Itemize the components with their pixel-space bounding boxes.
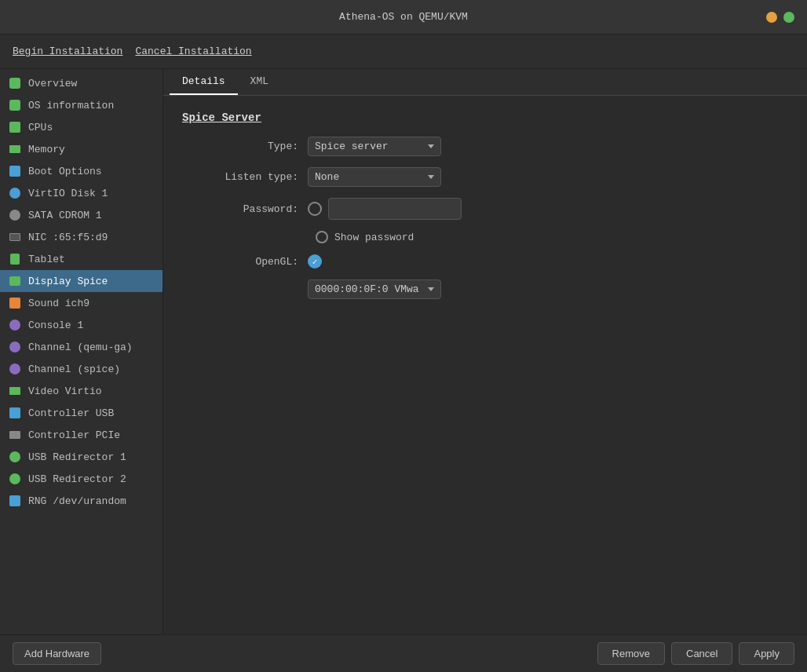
remove-button[interactable]: Remove — [597, 642, 665, 665]
channel-qemu-ga-icon — [8, 340, 22, 354]
opengl-device-row: 0000:00:0F:0 VMwa — [182, 279, 788, 299]
sidebar-item-nic[interactable]: NIC :65:f5:d9 — [0, 226, 162, 248]
sidebar-item-cpus[interactable]: CPUs — [0, 116, 162, 138]
sidebar-item-controller-pcie[interactable]: Controller PCIe — [0, 424, 162, 446]
sidebar-item-video-virtio[interactable]: Video Virtio — [0, 380, 162, 402]
sidebar-item-os-information[interactable]: OS information — [0, 94, 162, 116]
opengl-device-control: 0000:00:0F:0 VMwa — [308, 279, 441, 299]
type-dropdown[interactable]: Spice server — [308, 137, 441, 156]
opengl-device-dropdown[interactable]: 0000:00:0F:0 VMwa — [308, 279, 441, 299]
begin-installation-menu[interactable]: Begin Installation — [13, 46, 122, 57]
cancel-button[interactable]: Cancel — [671, 642, 732, 665]
window-title: Athena-OS on QEMU/KVM — [339, 11, 468, 23]
tab-details[interactable]: Details — [170, 69, 238, 95]
listen-type-row: Listen type: None — [182, 167, 788, 187]
password-input[interactable] — [328, 198, 462, 220]
listen-type-label: Listen type: — [182, 171, 308, 183]
show-password-radio[interactable] — [316, 231, 328, 243]
opengl-device-dropdown-arrow — [428, 287, 434, 291]
listen-type-dropdown[interactable]: None — [308, 167, 441, 187]
bottom-bar: Add Hardware Remove Cancel Apply — [0, 634, 807, 672]
nic-icon — [8, 230, 22, 244]
bottom-right-buttons: Remove Cancel Apply — [597, 642, 794, 665]
apply-button[interactable]: Apply — [739, 642, 794, 665]
maximize-button[interactable] — [783, 12, 794, 23]
rng-icon — [8, 494, 22, 508]
sidebar-item-sound-ich9[interactable]: Sound ich9 — [0, 292, 162, 314]
overview-icon — [8, 76, 22, 90]
listen-type-control: None — [308, 167, 441, 187]
tab-xml[interactable]: XML — [238, 69, 281, 95]
sidebar-item-virtio-disk-1[interactable]: VirtIO Disk 1 — [0, 182, 162, 204]
sidebar-item-boot-options[interactable]: Boot Options — [0, 160, 162, 182]
boot-icon — [8, 164, 22, 178]
window-controls — [766, 12, 794, 23]
console-icon — [8, 318, 22, 332]
tab-bar: Details XML — [163, 69, 807, 96]
memory-icon — [8, 142, 22, 156]
tablet-icon — [8, 252, 22, 266]
sidebar-item-controller-usb[interactable]: Controller USB — [0, 402, 162, 424]
section-title: Spice Server — [182, 111, 788, 124]
opengl-control — [308, 254, 322, 268]
cpus-icon — [8, 120, 22, 134]
type-row: Type: Spice server — [182, 137, 788, 156]
main-layout: Overview OS information CPUs Memory Boot — [0, 69, 807, 634]
controller-pcie-icon — [8, 428, 22, 442]
opengl-checkbox[interactable] — [308, 254, 322, 268]
sidebar: Overview OS information CPUs Memory Boot — [0, 69, 163, 634]
cancel-installation-menu[interactable]: Cancel Installation — [135, 46, 251, 57]
cdrom-icon — [8, 208, 22, 222]
sidebar-item-rng-dev-urandom[interactable]: RNG /dev/urandom — [0, 490, 162, 512]
type-control: Spice server — [308, 137, 441, 156]
disk-icon — [8, 186, 22, 200]
sidebar-item-tablet[interactable]: Tablet — [0, 248, 162, 270]
opengl-device-value: 0000:00:0F:0 VMwa — [315, 283, 419, 295]
channel-spice-icon — [8, 362, 22, 376]
sidebar-item-sata-cdrom-1[interactable]: SATA CDROM 1 — [0, 204, 162, 226]
password-control — [308, 198, 462, 220]
type-label: Type: — [182, 141, 308, 152]
minimize-button[interactable] — [766, 12, 777, 23]
content-area: Details XML Spice Server Type: Spice ser… — [163, 69, 807, 634]
opengl-row: OpenGL: — [182, 254, 788, 268]
add-hardware-button[interactable]: Add Hardware — [13, 642, 101, 665]
controller-usb-icon — [8, 406, 22, 420]
sidebar-item-display-spice[interactable]: Display Spice — [0, 270, 162, 292]
display-icon — [8, 274, 22, 288]
sidebar-item-usb-redirector-1[interactable]: USB Redirector 1 — [0, 446, 162, 468]
show-password-row: Show password — [316, 231, 788, 243]
show-password-label: Show password — [334, 232, 414, 243]
opengl-label: OpenGL: — [182, 256, 308, 268]
type-dropdown-value: Spice server — [315, 141, 389, 152]
listen-type-dropdown-arrow — [428, 175, 434, 179]
sidebar-item-overview[interactable]: Overview — [0, 72, 162, 94]
video-icon — [8, 384, 22, 398]
sidebar-item-console-1[interactable]: Console 1 — [0, 314, 162, 336]
password-entry-circle — [308, 202, 322, 216]
password-label: Password: — [182, 203, 308, 215]
usb-redirector-1-icon — [8, 450, 22, 464]
sound-icon — [8, 296, 22, 310]
sidebar-item-usb-redirector-2[interactable]: USB Redirector 2 — [0, 468, 162, 490]
sidebar-item-channel-qemu-ga[interactable]: Channel (qemu-ga) — [0, 336, 162, 358]
usb-redirector-2-icon — [8, 472, 22, 486]
tab-content-details: Spice Server Type: Spice server Listen t… — [163, 96, 807, 634]
sidebar-item-channel-spice[interactable]: Channel (spice) — [0, 358, 162, 380]
listen-type-dropdown-value: None — [315, 171, 339, 183]
menubar: Begin Installation Cancel Installation — [0, 35, 807, 69]
password-row: Password: — [182, 198, 788, 220]
sidebar-item-memory[interactable]: Memory — [0, 138, 162, 160]
titlebar: Athena-OS on QEMU/KVM — [0, 0, 807, 35]
os-icon — [8, 98, 22, 112]
type-dropdown-arrow — [428, 144, 434, 148]
